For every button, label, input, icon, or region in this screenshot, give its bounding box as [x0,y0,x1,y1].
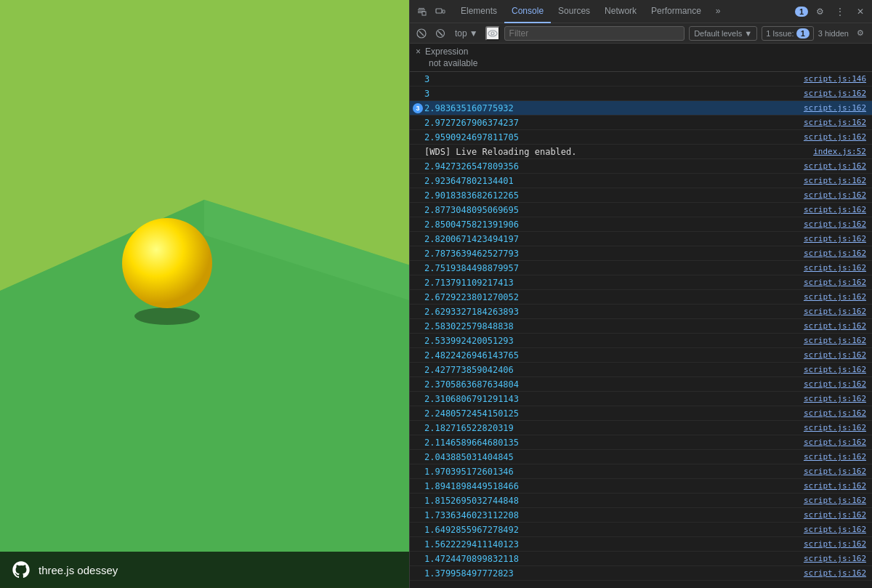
tab-more[interactable]: » [708,0,728,23]
console-row: 2.8200671423494197script.js:162 [410,232,872,246]
tab-sources[interactable]: Sources [551,0,597,23]
row-source-link[interactable]: script.js:162 [804,249,866,258]
row-source-link[interactable]: script.js:162 [804,205,866,214]
row-source-link[interactable]: script.js:162 [804,481,866,491]
row-source-link[interactable]: script.js:162 [804,103,866,113]
svg-line-8 [419,31,424,36]
console-row: 2.9018383682612265script.js:162 [410,188,872,203]
svg-rect-6 [443,10,445,13]
row-value: 2.9590924697811705 [424,132,798,142]
row-value: 2.7519384498879957 [424,263,798,273]
row-source-link[interactable]: script.js:162 [804,408,866,418]
row-source-link[interactable]: script.js:162 [804,118,866,127]
tab-console[interactable]: Console [504,0,551,23]
row-source-link[interactable]: script.js:162 [804,190,866,200]
row-source-link[interactable]: script.js:162 [804,394,866,403]
row-source-link[interactable]: script.js:162 [804,321,866,331]
tab-elements[interactable]: Elements [453,0,504,23]
svg-point-3 [122,218,212,308]
more-button[interactable]: ⋮ [831,3,849,20]
console-row: 2.2480572454150125script.js:162 [410,406,872,421]
row-source-link[interactable]: script.js:162 [804,350,866,360]
row-value: 2.427773859042406 [424,365,798,375]
console-row: 3script.js:146 [410,72,872,86]
issues-button[interactable]: 1 Issue: 1 [762,26,814,41]
row-source-link[interactable]: script.js:162 [804,423,866,432]
console-output[interactable]: 3script.js:1463script.js:16232.983635160… [410,72,872,588]
console-row: 1.8152695032744848script.js:162 [410,494,872,508]
row-source-link[interactable]: script.js:162 [804,379,866,389]
inspect-element-button[interactable] [413,3,430,20]
device-toggle-button[interactable] [432,3,449,20]
console-row: [WDS] Live Reloading enabled.index.js:52 [410,145,872,159]
eye-button[interactable] [485,26,500,41]
filter-input[interactable] [504,26,685,41]
issues-text: 1 Issue: [766,29,794,38]
row-value: 2.9727267906374237 [424,118,798,128]
row-source-link[interactable]: script.js:162 [804,467,866,476]
row-value: 1.379958497772823 [424,568,798,579]
console-row: 2.7873639462527793script.js:162 [410,246,872,261]
row-source-link[interactable]: script.js:162 [804,234,866,243]
context-selector[interactable]: top ▼ [452,26,481,41]
row-source-link[interactable]: script.js:162 [804,263,866,273]
svg-point-2 [134,307,200,325]
row-source-link[interactable]: script.js:162 [804,89,866,98]
row-value: [WDS] Live Reloading enabled. [424,147,807,157]
row-value: 2.533992420051293 [424,336,798,346]
row-source-link[interactable]: script.js:162 [804,278,866,287]
console-row: 1.4724470899832118script.js:162 [410,552,872,566]
row-value: 2.8773048095069695 [424,205,798,215]
row-source-link[interactable]: script.js:162 [804,568,866,578]
row-source-link[interactable]: script.js:162 [804,510,866,520]
console-row: 2.713791109217413script.js:162 [410,275,872,290]
expression-close-button[interactable]: × [416,47,421,56]
row-source-link[interactable]: script.js:162 [804,365,866,374]
devtools-panel-icons [413,3,449,20]
hidden-button[interactable]: 3 hidden [818,26,849,41]
console-row: 2.533992420051293script.js:162 [410,334,872,348]
stop-button[interactable] [433,26,448,41]
row-source-link[interactable]: script.js:162 [804,539,866,549]
row-source-link[interactable]: script.js:162 [804,176,866,185]
row-source-link[interactable]: script.js:146 [804,74,866,84]
console-row: 1.5622229411140123script.js:162 [410,537,872,552]
row-value: 2.3106806791291143 [424,394,798,404]
console-row: 2.043885031404845script.js:162 [410,450,872,464]
row-source-link[interactable]: script.js:162 [804,554,866,563]
row-source-link[interactable]: script.js:162 [804,496,866,505]
svg-rect-5 [436,9,442,13]
row-source-link[interactable]: script.js:162 [804,292,866,302]
settings-button[interactable]: ⚙ [811,3,828,20]
row-value: 2.6729223801270052 [424,292,798,302]
row-value: 2.8500475821391906 [424,220,798,230]
row-source-link[interactable]: script.js:162 [804,452,866,462]
expression-value: not available [416,58,866,68]
console-row: 2.9590924697811705script.js:162 [410,130,872,145]
row-source-link[interactable]: script.js:162 [804,336,866,345]
console-settings-button[interactable]: ⚙ [853,26,868,41]
devtools-topbar: Elements Console Sources Network Perform… [410,0,872,23]
row-source-link[interactable]: script.js:162 [804,307,866,316]
tab-network[interactable]: Network [597,0,644,23]
clear-console-button[interactable] [414,26,429,41]
row-source-link[interactable]: script.js:162 [804,132,866,142]
row-value: 2.9427326547809356 [424,161,798,172]
expression-label: Expression [425,47,468,57]
close-devtools-button[interactable]: ✕ [852,3,869,20]
default-levels-button[interactable]: Default levels ▼ [689,26,757,41]
console-row: 2.4822426946143765script.js:162 [410,348,872,363]
row-source-link[interactable]: script.js:162 [804,220,866,229]
devtools-panel: Elements Console Sources Network Perform… [409,0,872,588]
row-source-link[interactable]: script.js:162 [804,525,866,534]
hidden-label: 3 hidden [818,29,849,38]
context-dropdown-icon: ▼ [469,28,478,39]
context-label: top [455,28,467,39]
ball [116,211,218,313]
row-source-link[interactable]: script.js:162 [804,438,866,447]
row-source-link[interactable]: index.js:52 [813,147,866,156]
expression-area: × Expression not available [410,44,872,72]
tab-performance[interactable]: Performance [644,0,708,23]
row-source-link[interactable]: script.js:162 [804,161,866,171]
row-value: 2.983635160775932 [424,103,798,113]
